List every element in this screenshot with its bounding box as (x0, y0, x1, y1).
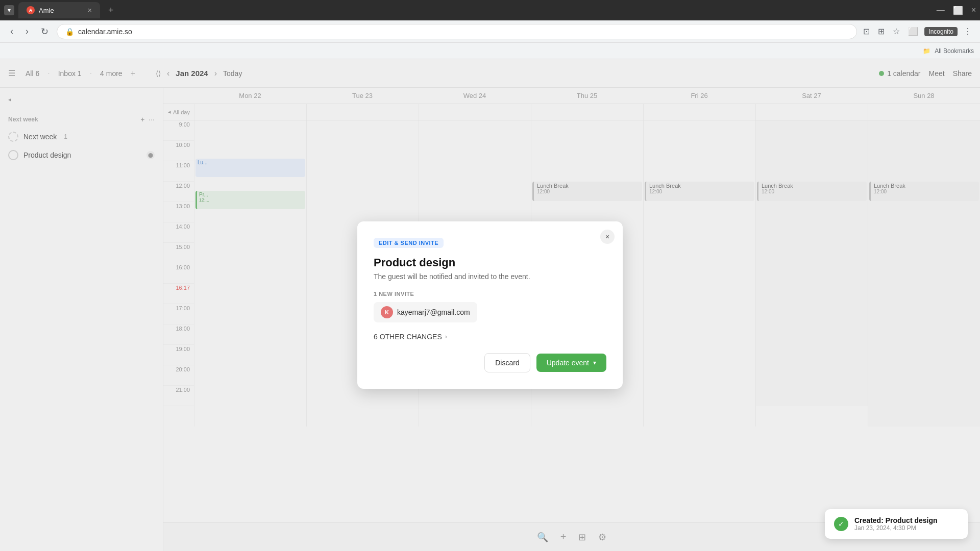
reload-btn[interactable]: ↻ (37, 24, 53, 39)
maximize-btn[interactable]: ⬜ (953, 6, 963, 15)
toast-notification: ✓ Created: Product design Jan 23, 2024, … (825, 509, 968, 539)
modal-close-btn[interactable]: × (600, 230, 615, 244)
bookmarks-folder-icon: 📁 (923, 47, 930, 55)
modal-dialog: EDIT & SEND INVITE × Product design The … (357, 221, 623, 389)
forward-btn[interactable]: › (21, 24, 33, 39)
save-icon[interactable]: ⊞ (876, 24, 887, 38)
modal-overlay: EDIT & SEND INVITE × Product design The … (0, 59, 980, 551)
invite-email: kayemarj7@gmail.com (397, 308, 470, 316)
modal-subtitle: The guest will be notified and invited t… (374, 272, 606, 281)
other-changes-label: 6 OTHER CHANGES (374, 333, 442, 341)
toast-content: Created: Product design Jan 23, 2024, 4:… (854, 516, 959, 532)
browser-tab[interactable]: A Amie × (18, 2, 100, 18)
minimize-btn[interactable]: — (937, 6, 945, 15)
lock-icon: 🔒 (65, 28, 74, 36)
app-content: ☰ All 6 · Inbox 1 · 4 more + ⟨⟩ ‹ Jan 20… (0, 59, 980, 551)
update-event-btn[interactable]: Update event ▾ (536, 354, 606, 372)
menu-icon[interactable]: ⋮ (962, 24, 974, 38)
profile-icon[interactable]: ⬜ (906, 24, 920, 38)
modal-title: Product design (374, 256, 606, 269)
toast-check-icon: ✓ (834, 517, 848, 531)
tab-close-btn[interactable]: × (88, 6, 92, 14)
address-bar[interactable]: 🔒 calendar.amie.so (57, 24, 857, 39)
window-controls: — ⬜ × (937, 6, 976, 15)
invite-chip: K kayemarj7@gmail.com (374, 302, 477, 322)
url-text: calendar.amie.so (78, 28, 132, 36)
toast-subtitle: Jan 23, 2024, 4:30 PM (854, 524, 959, 532)
discard-btn[interactable]: Discard (484, 353, 530, 372)
tab-group-btn[interactable]: ▾ (4, 5, 14, 15)
bookmarks-label[interactable]: All Bookmarks (935, 47, 974, 55)
close-btn[interactable]: × (971, 6, 976, 15)
modal-badge: EDIT & SEND INVITE (374, 238, 606, 256)
browser-titlebar: ▾ A Amie × + — ⬜ × (0, 0, 980, 20)
toast-title: Created: Product design (854, 516, 959, 524)
tab-favicon: A (27, 6, 35, 14)
toolbar-actions: ⊡ ⊞ ☆ ⬜ Incognito ⋮ (861, 24, 974, 38)
incognito-badge: Incognito (924, 27, 958, 36)
badge-label: EDIT & SEND INVITE (374, 238, 444, 248)
tab-title: Amie (39, 7, 54, 14)
invite-avatar: K (381, 306, 393, 318)
back-btn[interactable]: ‹ (6, 24, 17, 39)
update-dropdown-icon: ▾ (593, 359, 596, 366)
star-icon[interactable]: ☆ (891, 24, 902, 38)
new-invite-label: 1 NEW INVITE (374, 291, 606, 297)
modal-actions: Discard Update event ▾ (374, 353, 606, 372)
cast-icon[interactable]: ⊡ (861, 24, 872, 38)
browser-toolbar: ‹ › ↻ 🔒 calendar.amie.so ⊡ ⊞ ☆ ⬜ Incogni… (0, 20, 980, 43)
update-label: Update event (547, 359, 589, 367)
other-changes-arrow: › (445, 333, 447, 340)
other-changes-link[interactable]: 6 OTHER CHANGES › (374, 333, 606, 341)
new-tab-btn[interactable]: + (104, 5, 118, 16)
bookmarks-bar: 📁 All Bookmarks (0, 43, 980, 59)
